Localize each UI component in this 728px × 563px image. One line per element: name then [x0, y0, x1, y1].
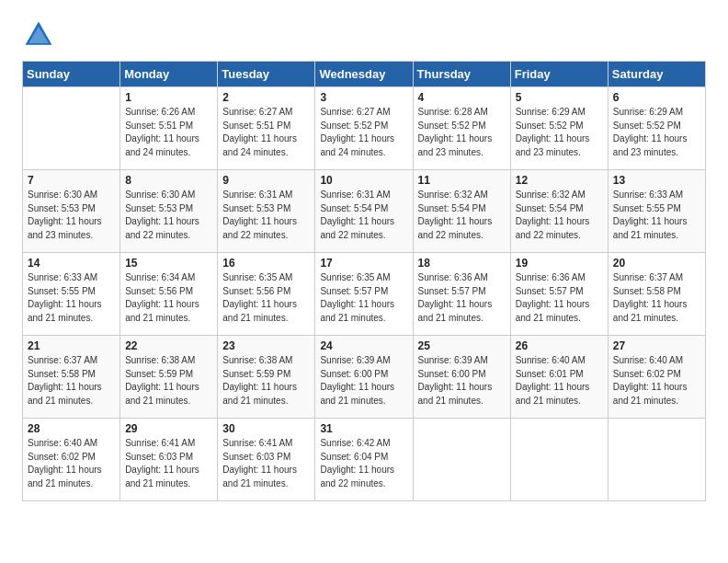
day-number: 25: [418, 339, 506, 352]
calendar-cell: [23, 87, 120, 170]
day-info: Sunrise: 6:36 AM Sunset: 5:57 PM Dayligh…: [418, 271, 506, 325]
day-info: Sunrise: 6:33 AM Sunset: 5:55 PM Dayligh…: [28, 271, 115, 325]
col-header-monday: Monday: [120, 62, 218, 87]
logo: [22, 18, 59, 52]
day-number: 5: [516, 91, 603, 104]
day-number: 19: [516, 257, 603, 270]
day-info: Sunrise: 6:42 AM Sunset: 6:04 PM Dayligh…: [320, 437, 407, 490]
col-header-saturday: Saturday: [608, 62, 705, 87]
day-info: Sunrise: 6:28 AM Sunset: 5:52 PM Dayligh…: [418, 106, 506, 159]
day-number: 22: [125, 339, 212, 352]
day-info: Sunrise: 6:36 AM Sunset: 5:57 PM Dayligh…: [516, 271, 603, 325]
calendar-cell: 10Sunrise: 6:31 AM Sunset: 5:54 PM Dayli…: [315, 170, 413, 253]
calendar-cell: 1Sunrise: 6:26 AM Sunset: 5:51 PM Daylig…: [120, 87, 218, 170]
calendar-cell: 22Sunrise: 6:38 AM Sunset: 5:59 PM Dayli…: [120, 336, 218, 419]
day-number: 20: [613, 257, 700, 270]
day-info: Sunrise: 6:33 AM Sunset: 5:55 PM Dayligh…: [613, 189, 700, 242]
day-info: Sunrise: 6:41 AM Sunset: 6:03 PM Dayligh…: [222, 437, 310, 490]
day-info: Sunrise: 6:39 AM Sunset: 6:00 PM Dayligh…: [320, 354, 407, 408]
day-info: Sunrise: 6:27 AM Sunset: 5:51 PM Dayligh…: [222, 106, 310, 159]
calendar-cell: 15Sunrise: 6:34 AM Sunset: 5:56 PM Dayli…: [120, 253, 218, 336]
calendar-week-4: 21Sunrise: 6:37 AM Sunset: 5:58 PM Dayli…: [23, 336, 706, 419]
col-header-sunday: Sunday: [23, 62, 120, 87]
calendar-cell: 23Sunrise: 6:38 AM Sunset: 5:59 PM Dayli…: [218, 336, 315, 419]
day-info: Sunrise: 6:41 AM Sunset: 6:03 PM Dayligh…: [125, 437, 212, 490]
calendar-cell: 24Sunrise: 6:39 AM Sunset: 6:00 PM Dayli…: [315, 336, 413, 419]
logo-icon: [22, 18, 55, 52]
calendar-cell: 17Sunrise: 6:35 AM Sunset: 5:57 PM Dayli…: [315, 253, 413, 336]
day-number: 14: [28, 257, 115, 270]
calendar-cell: 27Sunrise: 6:40 AM Sunset: 6:02 PM Dayli…: [608, 336, 705, 419]
day-number: 6: [613, 91, 700, 104]
day-info: Sunrise: 6:31 AM Sunset: 5:54 PM Dayligh…: [320, 189, 407, 242]
calendar-cell: 18Sunrise: 6:36 AM Sunset: 5:57 PM Dayli…: [413, 253, 510, 336]
calendar-cell: 8Sunrise: 6:30 AM Sunset: 5:53 PM Daylig…: [120, 170, 218, 253]
day-number: 24: [320, 339, 407, 352]
day-info: Sunrise: 6:40 AM Sunset: 6:02 PM Dayligh…: [28, 437, 115, 490]
day-number: 15: [125, 257, 212, 270]
day-info: Sunrise: 6:29 AM Sunset: 5:52 PM Dayligh…: [516, 106, 603, 159]
day-info: Sunrise: 6:32 AM Sunset: 5:54 PM Dayligh…: [418, 189, 506, 242]
day-number: 27: [613, 339, 700, 352]
calendar-cell: 16Sunrise: 6:35 AM Sunset: 5:56 PM Dayli…: [218, 253, 315, 336]
calendar-cell: [510, 419, 608, 501]
calendar-cell: 12Sunrise: 6:32 AM Sunset: 5:54 PM Dayli…: [510, 170, 608, 253]
day-info: Sunrise: 6:29 AM Sunset: 5:52 PM Dayligh…: [613, 106, 700, 159]
day-number: 17: [320, 257, 407, 270]
day-number: 23: [222, 339, 310, 352]
day-number: 12: [516, 174, 603, 187]
day-number: 8: [125, 174, 212, 187]
calendar-cell: 4Sunrise: 6:28 AM Sunset: 5:52 PM Daylig…: [413, 87, 510, 170]
calendar-cell: 5Sunrise: 6:29 AM Sunset: 5:52 PM Daylig…: [510, 87, 608, 170]
day-number: 30: [222, 422, 310, 435]
calendar-cell: 14Sunrise: 6:33 AM Sunset: 5:55 PM Dayli…: [23, 253, 120, 336]
day-number: 11: [418, 174, 506, 187]
calendar-cell: 6Sunrise: 6:29 AM Sunset: 5:52 PM Daylig…: [608, 87, 705, 170]
calendar-cell: 11Sunrise: 6:32 AM Sunset: 5:54 PM Dayli…: [413, 170, 510, 253]
day-number: 13: [613, 174, 700, 187]
calendar-cell: 28Sunrise: 6:40 AM Sunset: 6:02 PM Dayli…: [23, 419, 120, 501]
calendar-cell: [413, 419, 510, 501]
calendar-week-3: 14Sunrise: 6:33 AM Sunset: 5:55 PM Dayli…: [23, 253, 706, 336]
calendar-cell: 19Sunrise: 6:36 AM Sunset: 5:57 PM Dayli…: [510, 253, 608, 336]
day-info: Sunrise: 6:32 AM Sunset: 5:54 PM Dayligh…: [516, 189, 603, 242]
calendar-cell: 9Sunrise: 6:31 AM Sunset: 5:53 PM Daylig…: [218, 170, 315, 253]
day-info: Sunrise: 6:40 AM Sunset: 6:02 PM Dayligh…: [613, 354, 700, 408]
day-info: Sunrise: 6:26 AM Sunset: 5:51 PM Dayligh…: [125, 106, 212, 159]
calendar-week-2: 7Sunrise: 6:30 AM Sunset: 5:53 PM Daylig…: [23, 170, 706, 253]
calendar-cell: 3Sunrise: 6:27 AM Sunset: 5:52 PM Daylig…: [315, 87, 413, 170]
day-number: 2: [222, 91, 310, 104]
day-info: Sunrise: 6:31 AM Sunset: 5:53 PM Dayligh…: [222, 189, 310, 242]
day-number: 31: [320, 422, 407, 435]
day-number: 28: [28, 422, 115, 435]
day-number: 21: [28, 339, 115, 352]
day-number: 26: [516, 339, 603, 352]
day-info: Sunrise: 6:38 AM Sunset: 5:59 PM Dayligh…: [222, 354, 310, 408]
day-number: 9: [222, 174, 310, 187]
col-header-friday: Friday: [510, 62, 608, 87]
calendar-week-5: 28Sunrise: 6:40 AM Sunset: 6:02 PM Dayli…: [23, 419, 706, 501]
day-number: 10: [320, 174, 407, 187]
day-info: Sunrise: 6:27 AM Sunset: 5:52 PM Dayligh…: [320, 106, 407, 159]
calendar-cell: 31Sunrise: 6:42 AM Sunset: 6:04 PM Dayli…: [315, 419, 413, 501]
calendar-cell: 20Sunrise: 6:37 AM Sunset: 5:58 PM Dayli…: [608, 253, 705, 336]
calendar-cell: 7Sunrise: 6:30 AM Sunset: 5:53 PM Daylig…: [23, 170, 120, 253]
day-info: Sunrise: 6:39 AM Sunset: 6:00 PM Dayligh…: [418, 354, 506, 408]
calendar-cell: 21Sunrise: 6:37 AM Sunset: 5:58 PM Dayli…: [23, 336, 120, 419]
day-number: 18: [418, 257, 506, 270]
calendar-cell: 26Sunrise: 6:40 AM Sunset: 6:01 PM Dayli…: [510, 336, 608, 419]
col-header-wednesday: Wednesday: [315, 62, 413, 87]
calendar-cell: 30Sunrise: 6:41 AM Sunset: 6:03 PM Dayli…: [218, 419, 315, 501]
calendar-header-row: SundayMondayTuesdayWednesdayThursdayFrid…: [23, 62, 706, 87]
calendar-table: SundayMondayTuesdayWednesdayThursdayFrid…: [22, 61, 706, 501]
day-info: Sunrise: 6:40 AM Sunset: 6:01 PM Dayligh…: [516, 354, 603, 408]
day-number: 4: [418, 91, 506, 104]
page-header: [22, 18, 706, 52]
day-number: 29: [125, 422, 212, 435]
calendar-cell: 2Sunrise: 6:27 AM Sunset: 5:51 PM Daylig…: [218, 87, 315, 170]
day-number: 3: [320, 91, 407, 104]
day-info: Sunrise: 6:35 AM Sunset: 5:57 PM Dayligh…: [320, 271, 407, 325]
day-number: 7: [28, 174, 115, 187]
calendar-cell: 13Sunrise: 6:33 AM Sunset: 5:55 PM Dayli…: [608, 170, 705, 253]
calendar-cell: 29Sunrise: 6:41 AM Sunset: 6:03 PM Dayli…: [120, 419, 218, 501]
